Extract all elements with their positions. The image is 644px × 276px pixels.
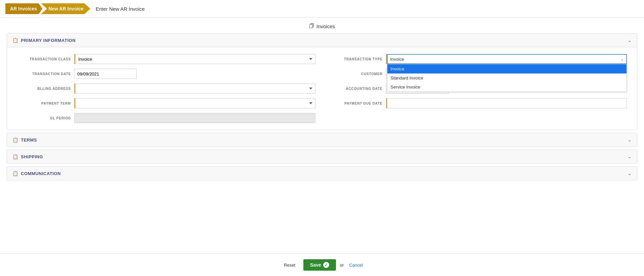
payment-term-label: PAYMENT TERM [17,102,71,105]
gl-period-row: GL PERIOD [17,113,315,123]
shipping-header-left: 📋 SHIPPING [12,154,43,159]
transaction-type-dropdown[interactable]: Invoice ⌄ Invoice Standard Invoice Servi… [387,54,627,64]
transaction-class-input-wrapper: Invoice Credit Memo Debit Memo [74,54,315,64]
transaction-type-option-standard[interactable]: Standard Invoice [387,73,627,82]
payment-term-control [74,98,315,108]
transaction-type-option-service[interactable]: Service Invoice [387,82,627,92]
terms-title: TERMS [21,137,37,143]
shipping-header[interactable]: 📋 SHIPPING ⌄ [7,150,637,163]
gl-period-control [74,113,315,123]
billing-address-label: BLLING ADDRESS [17,87,71,91]
primary-info-icon: 📋 [12,38,18,43]
transaction-date-input[interactable] [74,69,137,79]
customer-label: CUSTOMER [329,72,383,76]
page-title: Invoices [316,23,335,29]
communication-title: COMMUNICATION [21,171,61,176]
transaction-type-options: Invoice Standard Invoice Service Invoice [387,64,627,92]
primary-info-header[interactable]: 📋 PRIMARY INFORMATION ⌄ [7,34,637,47]
transaction-type-row: TRANSACTION TYPE Invoice ⌄ [329,54,627,64]
billing-address-row: BLLING ADDRESS [17,84,315,94]
payment-due-date-control [386,98,627,108]
gl-period-label: GL PERIOD [17,116,71,120]
billing-address-wrapper [74,84,315,94]
main-content: 🗍 Invoices 📋 PRIMARY INFORMATION ⌄ T [0,18,644,188]
shipping-chevron: ⌄ [628,154,632,159]
primary-info-content: TRANSACTION CLASS Invoice Credit Memo De… [7,47,637,130]
billing-address-select[interactable] [75,84,315,94]
transaction-type-value: Invoice [390,57,404,62]
payment-due-date-input[interactable] [387,98,627,108]
communication-panel: 📋 COMMUNICATION ⌄ [7,166,637,180]
form-right-column: TRANSACTION TYPE Invoice ⌄ [329,54,627,123]
transaction-class-row: TRANSACTION CLASS Invoice Credit Memo De… [17,54,315,64]
primary-info-title: PRIMARY INFORMATION [21,38,76,43]
communication-header[interactable]: 📋 COMMUNICATION ⌄ [7,167,637,180]
form-grid: TRANSACTION CLASS Invoice Credit Memo De… [17,54,627,123]
transaction-type-selected[interactable]: Invoice ⌄ [387,54,627,64]
transaction-class-control: Invoice Credit Memo Debit Memo [74,54,315,64]
transaction-date-control [74,69,315,79]
transaction-type-option-invoice[interactable]: Invoice [387,64,627,73]
payment-due-date-label: PAYMENT DUE DATE [329,102,383,105]
breadcrumb-ar-invoices[interactable]: AR Invoices [5,3,42,14]
transaction-type-control: Invoice ⌄ Invoice Standard Invoice Servi… [386,54,627,64]
transaction-class-select[interactable]: Invoice Credit Memo Debit Memo [75,54,315,64]
communication-chevron: ⌄ [628,171,632,176]
transaction-date-row: TRANSACTION DATE [17,69,315,79]
shipping-title: SHIPPING [21,154,43,159]
payment-due-date-wrapper [386,98,627,108]
payment-term-wrapper [74,98,315,108]
primary-info-header-left: 📋 PRIMARY INFORMATION [12,38,76,43]
payment-due-date-row: PAYMENT DUE DATE [329,98,627,108]
transaction-type-chevron-icon: ⌄ [621,57,624,61]
communication-header-left: 📋 COMMUNICATION [12,171,61,176]
transaction-type-label: TRANSACTION TYPE [329,57,383,61]
communication-icon: 📋 [12,171,18,176]
billing-address-control [74,84,315,94]
terms-chevron: ⌄ [628,137,632,143]
terms-header-left: 📋 TERMS [12,137,37,143]
breadcrumb-new-ar-invoice[interactable]: New AR Invoice [41,3,90,14]
accounting-date-label: ACCOUNTING DATE [329,87,383,91]
primary-info-panel: 📋 PRIMARY INFORMATION ⌄ TRANSACTION CLAS… [7,33,637,130]
shipping-icon: 📋 [12,154,18,159]
payment-term-row: PAYMENT TERM [17,98,315,108]
terms-header[interactable]: 📋 TERMS ⌄ [7,133,637,147]
invoices-doc-icon: 🗍 [309,23,314,29]
transaction-type-wrapper: Invoice ⌄ Invoice Standard Invoice Servi… [386,54,627,64]
page-title-section: 🗍 Invoices [7,23,637,29]
breadcrumb: AR Invoices New AR Invoice Enter New AR … [0,0,644,18]
payment-term-select[interactable] [75,98,315,108]
breadcrumb-current: Enter New AR Invoice [96,6,145,12]
gl-period-input [74,113,315,123]
transaction-class-label: TRANSACTION CLASS [17,57,71,61]
terms-icon: 📋 [12,137,18,143]
shipping-panel: 📋 SHIPPING ⌄ [7,150,637,164]
transaction-date-label: TRANSACTION DATE [17,72,71,76]
primary-info-chevron: ⌄ [628,38,632,43]
form-left-column: TRANSACTION CLASS Invoice Credit Memo De… [17,54,315,123]
terms-panel: 📋 TERMS ⌄ [7,133,637,147]
